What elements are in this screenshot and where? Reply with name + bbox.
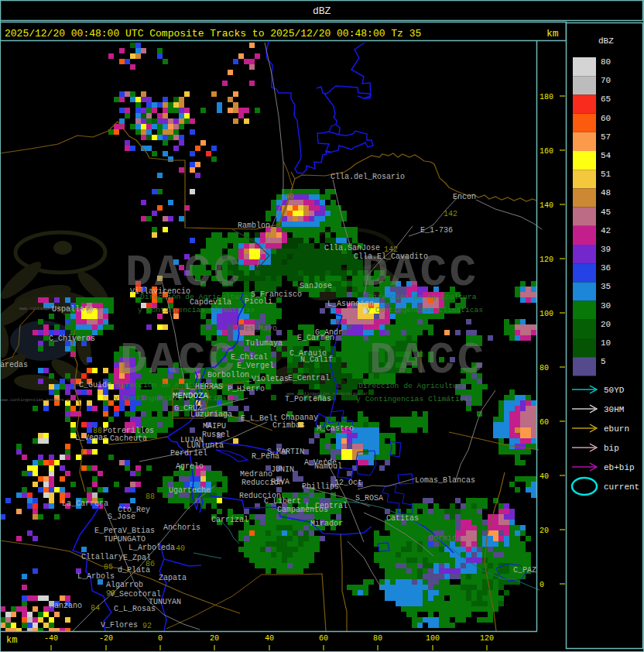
svg-text:La_Carrera: La_Carrera bbox=[62, 499, 108, 508]
svg-text:JUNIN: JUNIN bbox=[271, 465, 294, 474]
svg-text:88: 88 bbox=[93, 427, 102, 435]
svg-text:Reduccion: Reduccion bbox=[239, 492, 281, 500]
svg-text:36: 36 bbox=[601, 263, 611, 273]
svg-text:142: 142 bbox=[444, 210, 457, 218]
svg-text:Picoli: Picoli bbox=[245, 297, 272, 306]
svg-text:40: 40 bbox=[540, 472, 549, 481]
svg-text:70: 70 bbox=[601, 76, 611, 85]
svg-text:y Contingencias Climáticas: y Contingencias Climáticas bbox=[366, 306, 483, 314]
svg-text:MAIPU: MAIPU bbox=[203, 422, 226, 431]
svg-text:T_Porteñas: T_Porteñas bbox=[285, 395, 331, 403]
svg-text:aredas: aredas bbox=[0, 361, 28, 369]
svg-text:Agrelo: Agrelo bbox=[176, 462, 204, 471]
svg-text:S_Jose: S_Jose bbox=[108, 513, 135, 521]
svg-text:Russel: Russel bbox=[202, 431, 230, 439]
svg-text:-40: -40 bbox=[44, 634, 58, 643]
svg-text:E_Carmen: E_Carmen bbox=[297, 334, 334, 342]
svg-text:L_Arbols: L_Arbols bbox=[77, 572, 115, 581]
svg-text:Medrano: Medrano bbox=[240, 470, 272, 479]
svg-text:140: 140 bbox=[540, 201, 553, 210]
svg-text:Dormida: Dormida bbox=[429, 534, 461, 543]
svg-text:30HM: 30HM bbox=[604, 405, 624, 414]
svg-text:Perdriel: Perdriel bbox=[170, 449, 207, 458]
svg-text:60: 60 bbox=[319, 634, 328, 643]
svg-text:51: 51 bbox=[601, 170, 611, 179]
svg-text:60: 60 bbox=[540, 418, 549, 427]
svg-text:TUNUYAN: TUNUYAN bbox=[149, 598, 181, 606]
svg-text:Villavicencio: Villavicencio bbox=[130, 287, 190, 296]
svg-text:R_Peña: R_Peña bbox=[252, 452, 279, 461]
svg-text:L_Vegas: L_Vegas bbox=[75, 434, 108, 442]
svg-text:100: 100 bbox=[540, 310, 553, 318]
svg-text:88: 88 bbox=[146, 492, 155, 501]
svg-text:Borbollon: Borbollon bbox=[207, 371, 249, 379]
svg-text:E_Pera: E_Pera bbox=[94, 527, 122, 535]
svg-text:Encon: Encon bbox=[453, 193, 476, 201]
svg-text:Campamentos: Campamentos bbox=[277, 506, 328, 514]
svg-text:Zapata: Zapata bbox=[159, 574, 187, 582]
svg-text:35: 35 bbox=[601, 282, 611, 291]
svg-text:50YD: 50YD bbox=[604, 386, 625, 395]
svg-text:SanJose: SanJose bbox=[300, 282, 332, 290]
svg-text:E_Central: E_Central bbox=[288, 374, 330, 383]
svg-text:km: km bbox=[546, 28, 559, 39]
svg-text:Ugarteche: Ugarteche bbox=[169, 486, 211, 495]
svg-text:65: 65 bbox=[601, 94, 611, 104]
svg-text:40: 40 bbox=[285, 193, 294, 201]
svg-text:Dirección de Agricultura: Dirección de Agricultura bbox=[368, 293, 477, 301]
svg-text:20: 20 bbox=[210, 634, 219, 643]
svg-text:142: 142 bbox=[384, 245, 398, 254]
svg-text:Clla.SanJose: Clla.SanJose bbox=[324, 244, 380, 252]
svg-text:L_Asuncion: L_Asuncion bbox=[327, 300, 374, 308]
svg-text:P_Hierro: P_Hierro bbox=[228, 385, 265, 393]
svg-text:48: 48 bbox=[601, 188, 611, 197]
svg-text:80: 80 bbox=[601, 57, 611, 67]
svg-text:C_Guido: C_Guido bbox=[79, 381, 111, 389]
svg-text:Phillips: Phillips bbox=[302, 482, 339, 491]
svg-text:Catitas: Catitas bbox=[386, 514, 419, 523]
svg-text:0: 0 bbox=[158, 634, 163, 643]
svg-text:Tres_Mayo: Tres_Mayo bbox=[235, 324, 277, 333]
svg-text:y Contingencias Climáticas: y Contingencias Climáticas bbox=[138, 306, 255, 314]
svg-text:dBZ: dBZ bbox=[313, 5, 331, 17]
svg-text:45: 45 bbox=[601, 208, 611, 217]
svg-text:bip: bip bbox=[604, 444, 619, 453]
svg-text:2025/12/20 00:48:00 UTC Compos: 2025/12/20 00:48:00 UTC Composite Tracks… bbox=[5, 28, 421, 39]
svg-text:M_Castro: M_Castro bbox=[317, 424, 354, 433]
svg-text:DACC: DACC bbox=[369, 335, 486, 386]
svg-text:E_Vergel: E_Vergel bbox=[237, 362, 274, 370]
svg-text:Dirección de Agricultura: Dirección de Agricultura bbox=[358, 382, 467, 390]
svg-text:E_1-736: E_1-736 bbox=[420, 226, 453, 235]
svg-text:39: 39 bbox=[601, 245, 611, 254]
svg-text:Crimbas: Crimbas bbox=[272, 421, 305, 430]
svg-text:V_Flores: V_Flores bbox=[101, 621, 138, 630]
svg-text:42: 42 bbox=[601, 226, 611, 235]
svg-text:dBZ: dBZ bbox=[598, 36, 614, 46]
svg-text:C_Chiveros: C_Chiveros bbox=[49, 335, 95, 343]
svg-text:40: 40 bbox=[176, 544, 185, 553]
svg-text:km: km bbox=[6, 635, 17, 646]
svg-text:www.contingencias.mendoza.gov.: www.contingencias.mendoza.gov.ar bbox=[0, 397, 90, 403]
svg-text:V_Btias: V_Btias bbox=[122, 527, 155, 535]
svg-text:Cltallary: Cltallary bbox=[81, 553, 123, 561]
svg-text:_Violetas: _Violetas bbox=[246, 375, 289, 383]
svg-text:5: 5 bbox=[601, 357, 606, 366]
svg-text:120: 120 bbox=[540, 256, 553, 264]
svg-text:Luzuriaga: Luzuriaga bbox=[190, 410, 232, 419]
svg-text:Mirador: Mirador bbox=[310, 520, 343, 528]
svg-text:TUPUNGATO: TUPUNGATO bbox=[104, 535, 146, 544]
svg-text:120: 120 bbox=[480, 634, 494, 643]
svg-text:N_Calif: N_Calif bbox=[300, 355, 333, 364]
svg-text:160: 160 bbox=[540, 147, 553, 156]
svg-text:Cacheuta: Cacheuta bbox=[110, 434, 147, 443]
svg-text:Carrizal: Carrizal bbox=[211, 516, 248, 524]
svg-text:-20: -20 bbox=[99, 634, 113, 643]
svg-text:10: 10 bbox=[601, 338, 611, 348]
svg-text:20: 20 bbox=[540, 527, 549, 535]
svg-text:Nambul: Nambul bbox=[314, 462, 342, 471]
svg-text:L_HERRAS: L_HERRAS bbox=[186, 383, 223, 391]
svg-text:80: 80 bbox=[540, 364, 549, 372]
svg-text:85: 85 bbox=[104, 563, 113, 571]
svg-text:92: 92 bbox=[142, 622, 152, 630]
svg-text:Ramblon: Ramblon bbox=[238, 221, 270, 230]
